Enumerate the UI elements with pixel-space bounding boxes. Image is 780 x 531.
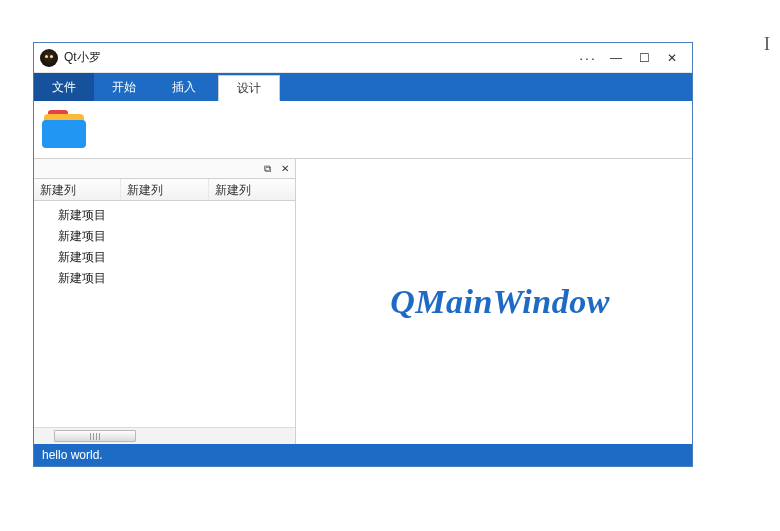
list-item[interactable]: 新建项目 xyxy=(34,205,295,226)
dock-float-button[interactable]: ⧉ xyxy=(259,162,275,176)
menu-design[interactable]: 设计 xyxy=(218,75,280,101)
close-button[interactable]: ✕ xyxy=(658,47,686,69)
list-item[interactable]: 新建项目 xyxy=(34,268,295,289)
scrollbar-thumb[interactable] xyxy=(54,430,136,442)
window-controls: ··· — ☐ ✕ xyxy=(574,47,686,69)
app-icon xyxy=(40,49,58,67)
maximize-button[interactable]: ☐ xyxy=(630,47,658,69)
horizontal-scrollbar[interactable] xyxy=(34,427,295,444)
menubar: 文件 开始 插入 设计 xyxy=(34,73,692,101)
tree-column-3[interactable]: 新建列 xyxy=(209,179,295,200)
menu-insert[interactable]: 插入 xyxy=(154,73,214,101)
statusbar-text: hello world. xyxy=(42,448,103,462)
toolbar xyxy=(34,101,692,159)
tree-column-2[interactable]: 新建列 xyxy=(121,179,208,200)
tree-header: 新建列 新建列 新建列 xyxy=(34,179,295,201)
folder-icon[interactable] xyxy=(42,110,86,150)
dock-close-button[interactable]: ✕ xyxy=(277,162,293,176)
text-cursor-decoration: I xyxy=(764,34,770,55)
central-widget: QMainWindow xyxy=(296,159,692,444)
menu-start[interactable]: 开始 xyxy=(94,73,154,101)
minimize-button[interactable]: — xyxy=(602,47,630,69)
window-title: Qt小罗 xyxy=(64,49,574,66)
tree-body: 新建项目 新建项目 新建项目 新建项目 xyxy=(34,201,295,293)
central-label: QMainWindow xyxy=(390,283,610,321)
content-area: ⧉ ✕ 新建列 新建列 新建列 新建项目 新建项目 新建项目 新建项目 QMai… xyxy=(34,159,692,444)
more-button[interactable]: ··· xyxy=(574,47,602,69)
dock-header: ⧉ ✕ xyxy=(34,159,295,179)
list-item[interactable]: 新建项目 xyxy=(34,226,295,247)
titlebar[interactable]: Qt小罗 ··· — ☐ ✕ xyxy=(34,43,692,73)
list-item[interactable]: 新建项目 xyxy=(34,247,295,268)
dock-widget: ⧉ ✕ 新建列 新建列 新建列 新建项目 新建项目 新建项目 新建项目 xyxy=(34,159,296,444)
menu-file[interactable]: 文件 xyxy=(34,73,94,101)
main-window: Qt小罗 ··· — ☐ ✕ 文件 开始 插入 设计 ⧉ ✕ 新建列 新建列 xyxy=(33,42,693,467)
statusbar: hello world. xyxy=(34,444,692,466)
tree-column-1[interactable]: 新建列 xyxy=(34,179,121,200)
